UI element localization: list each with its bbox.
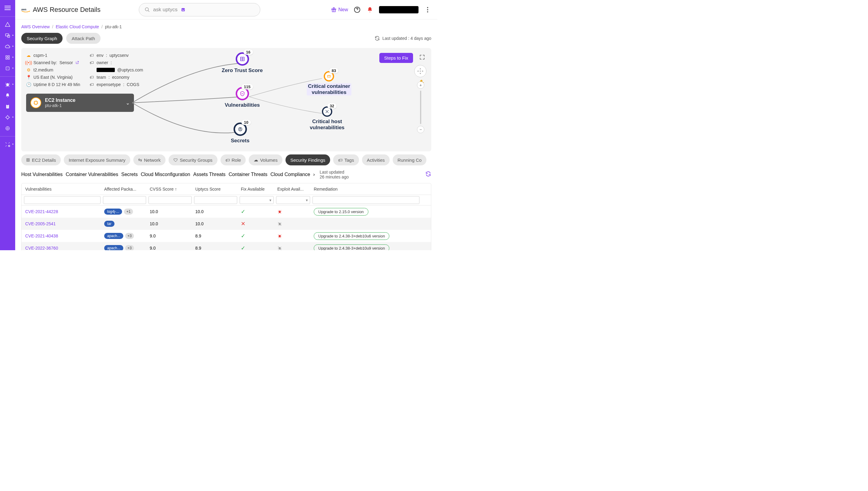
zoom-control[interactable]: + − bbox=[416, 82, 425, 133]
tab-running-co[interactable]: Running Co bbox=[393, 154, 426, 165]
th-vulnerabilities[interactable]: Vulnerabilities bbox=[23, 187, 102, 192]
filter-pkg[interactable] bbox=[103, 196, 146, 204]
ec2-icon bbox=[30, 97, 41, 108]
scroll-right-icon[interactable]: › bbox=[429, 155, 431, 165]
tab-attack-path[interactable]: Attack Path bbox=[66, 33, 100, 44]
tab-security-findings[interactable]: Security Findings bbox=[285, 154, 330, 165]
zoom-in-button[interactable]: + bbox=[417, 82, 424, 89]
filter-cvss[interactable] bbox=[149, 196, 192, 204]
sidebar-item-devices[interactable]: ▸ bbox=[2, 31, 13, 40]
more-icon[interactable] bbox=[424, 6, 431, 13]
tab-activities[interactable]: Activities bbox=[362, 154, 390, 165]
filter-vuln[interactable] bbox=[24, 196, 100, 204]
fullscreen-icon[interactable] bbox=[418, 53, 426, 61]
tab-volumes[interactable]: ☁Volumes bbox=[249, 154, 282, 165]
sidebar-item-target[interactable]: ▸ bbox=[2, 113, 13, 122]
search-input[interactable]: ask uptycs bbox=[139, 3, 260, 17]
th-uptycs-score[interactable]: Uptycs Score bbox=[193, 187, 239, 192]
svg-point-24 bbox=[427, 11, 428, 12]
tab-ec-details[interactable]: ⊞EC2 Details bbox=[21, 154, 61, 165]
subtab-assets-threats[interactable]: Assets Threats bbox=[193, 172, 225, 177]
zoom-out-button[interactable]: − bbox=[417, 126, 424, 133]
svg-rect-25 bbox=[35, 102, 37, 104]
refresh-icon[interactable] bbox=[425, 171, 431, 178]
package-chip[interactable]: tar bbox=[104, 221, 115, 227]
steps-to-fix-button[interactable]: Steps to Fix bbox=[379, 53, 413, 63]
user-email[interactable] bbox=[379, 6, 418, 13]
location-icon: 📍 bbox=[26, 75, 31, 80]
zero-trust-node[interactable]: 16 Zero Trust Score bbox=[222, 52, 263, 74]
tab-security-groups[interactable]: 🛡Security Groups bbox=[168, 154, 217, 165]
sidebar-item-policy[interactable]: ▸ bbox=[2, 63, 13, 73]
cve-link[interactable]: CVE-2021-40438 bbox=[25, 233, 58, 238]
filter-exploit-select[interactable]: ▾ bbox=[276, 196, 310, 204]
sidebar-item-home[interactable] bbox=[2, 20, 13, 29]
tab-tags[interactable]: 🏷Tags bbox=[333, 154, 359, 165]
svg-point-33 bbox=[279, 235, 281, 237]
sidebar-item-settings[interactable]: ▸ bbox=[2, 140, 13, 149]
bug-icon bbox=[277, 209, 282, 214]
breadcrumb-root[interactable]: AWS Overview bbox=[21, 24, 50, 29]
subtab-cloud-misconfiguration[interactable]: Cloud Misconfiguration bbox=[141, 172, 190, 177]
menu-toggle-icon[interactable] bbox=[2, 2, 13, 13]
external-link-icon[interactable] bbox=[75, 61, 79, 64]
subtab-container-threats[interactable]: Container Threats bbox=[229, 172, 268, 177]
tab-network[interactable]: ⇆Network bbox=[133, 154, 165, 165]
sidebar-item-apps[interactable]: ▸ bbox=[2, 53, 13, 62]
tab-security-graph[interactable]: Security Graph bbox=[21, 33, 63, 44]
cve-link[interactable]: CVE-2005-2541 bbox=[25, 221, 56, 226]
th-cvss[interactable]: CVSS Score ↑ bbox=[147, 187, 193, 192]
subtab-host-vulnerabilities[interactable]: Host Vulnerabilities bbox=[21, 172, 63, 177]
tag-icon: 🏷 bbox=[89, 53, 94, 58]
th-packages[interactable]: Affected Packa... bbox=[102, 187, 147, 192]
cve-link[interactable]: CVE-2022-36760 bbox=[25, 246, 58, 250]
subtab-container-vulnerabilities[interactable]: Container Vulnerabilities bbox=[66, 172, 118, 177]
filter-uscore[interactable] bbox=[194, 196, 237, 204]
more-packages-chip[interactable]: +3 bbox=[125, 245, 134, 250]
remediation-pill[interactable]: Upgrade to 2.15.0 version bbox=[314, 208, 368, 215]
sidebar-item-clipboard[interactable]: ! bbox=[2, 102, 13, 111]
help-icon[interactable] bbox=[353, 6, 361, 13]
critical-host-node[interactable]: 32 Critical hostvulnerabilities bbox=[310, 107, 344, 131]
sidebar-item-bell[interactable] bbox=[2, 91, 13, 100]
svg-rect-5 bbox=[6, 58, 7, 59]
fix-available: ✓ bbox=[239, 208, 275, 215]
breadcrumb-mid[interactable]: Elastic Cloud Compute bbox=[56, 24, 99, 29]
remediation-pill[interactable]: Upgrade to 2.4.38-3+deb10u6 version bbox=[314, 232, 390, 240]
vulnerabilities-node[interactable]: 115 Vulnerabilities bbox=[225, 87, 260, 108]
package-chip[interactable]: log4j-... bbox=[104, 208, 122, 214]
cve-link[interactable]: CVE-2021-44228 bbox=[25, 209, 58, 214]
svg-point-26 bbox=[420, 70, 421, 72]
th-exploit[interactable]: Exploit Avail... bbox=[275, 187, 311, 192]
pan-control[interactable] bbox=[414, 65, 426, 77]
svg-text:aws: aws bbox=[21, 8, 26, 11]
remediation-pill[interactable]: Upgrade to 2.4.38-3+deb10u9 version bbox=[314, 244, 390, 251]
sidebar-item-cloud[interactable]: ▸ bbox=[2, 42, 13, 51]
tab-internet-exposure-summary[interactable]: Internet Exposure Summary bbox=[64, 154, 130, 165]
svg-rect-4 bbox=[8, 56, 9, 57]
secrets-node[interactable]: 10 Secrets bbox=[231, 122, 249, 144]
more-packages-chip[interactable]: +1 bbox=[124, 208, 133, 214]
critical-container-node[interactable]: 83 Critical containervulnerabilities bbox=[307, 71, 351, 95]
package-chip[interactable]: apach... bbox=[104, 245, 123, 250]
ec2-instance-card[interactable]: EC2 Instanceptu-atk-1 ⌄ bbox=[26, 94, 134, 112]
svg-point-23 bbox=[427, 9, 428, 10]
tab-role[interactable]: 🏷Role bbox=[220, 154, 246, 165]
filter-fix-select[interactable]: ▾ bbox=[240, 196, 274, 204]
check-icon: ✓ bbox=[241, 233, 245, 239]
notification-bell-icon[interactable] bbox=[366, 6, 374, 13]
svg-point-8 bbox=[6, 83, 9, 87]
th-fix[interactable]: Fix Available bbox=[239, 187, 275, 192]
package-chip[interactable]: apach... bbox=[104, 233, 123, 239]
sidebar-item-brain[interactable] bbox=[2, 123, 13, 133]
filter-remed[interactable] bbox=[312, 196, 420, 204]
more-packages-chip[interactable]: +3 bbox=[125, 233, 134, 239]
detail-tabs: ⊞EC2 DetailsInternet Exposure Summary⇆Ne… bbox=[21, 151, 431, 168]
fix-available: ✕ bbox=[239, 221, 275, 227]
sidebar-item-bug[interactable]: ▸ bbox=[2, 80, 13, 89]
new-button[interactable]: New bbox=[331, 7, 348, 12]
th-remediation[interactable]: Remediation bbox=[311, 187, 421, 192]
subtab-secrets[interactable]: Secrets bbox=[121, 172, 137, 177]
subtab-cloud-compliance[interactable]: Cloud Compliance bbox=[270, 172, 310, 177]
scroll-right-icon[interactable]: › bbox=[313, 172, 315, 177]
